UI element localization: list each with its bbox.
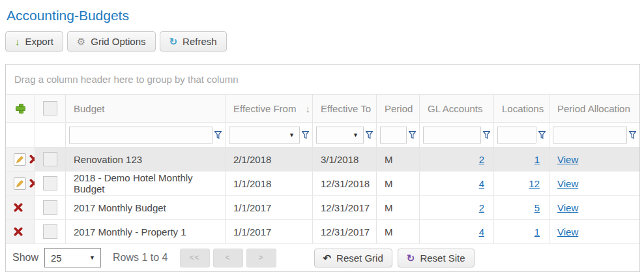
chevron-down-icon: ▼	[289, 132, 295, 138]
delete-icon	[29, 179, 35, 188]
effective-from-filter-dropdown[interactable]: ▼	[229, 127, 300, 144]
view-link[interactable]: View	[557, 202, 578, 213]
reset-site-button[interactable]: ↻ Reset Site	[398, 249, 475, 267]
row-actions-cell	[6, 172, 35, 195]
period-allocation-cell: View	[549, 172, 639, 195]
budget-filter-input[interactable]	[69, 127, 212, 144]
locations-link[interactable]: 12	[529, 178, 540, 189]
period-filter-funnel-icon[interactable]	[409, 131, 416, 139]
reset-grid-button[interactable]: ↶ Reset Grid	[314, 249, 392, 267]
locations-filter-funnel-icon[interactable]	[538, 131, 546, 139]
edit-icon	[14, 153, 26, 166]
table-row[interactable]: 2018 - Demo Hotel Monthly Budget 1/1/201…	[6, 172, 639, 196]
page-size-value: 25	[51, 252, 62, 264]
gl-accounts-link[interactable]: 4	[479, 226, 484, 237]
effective-to-cell: 3/1/2018	[313, 147, 377, 171]
period-cell: M	[377, 147, 420, 171]
delete-icon	[14, 227, 23, 236]
locations-cell: 5	[494, 196, 549, 219]
effective-from-cell: 1/1/2018	[226, 172, 313, 195]
gl-accounts-link[interactable]: 4	[479, 178, 484, 189]
pager-first-button[interactable]: <<	[180, 249, 210, 267]
gl-accounts-link[interactable]: 2	[479, 202, 484, 213]
row-checkbox-cell	[35, 220, 66, 243]
delete-row-button[interactable]	[14, 203, 23, 212]
effective-from-filter-funnel-icon[interactable]	[302, 131, 309, 139]
row-checkbox-cell	[35, 196, 66, 219]
delete-row-button[interactable]	[29, 179, 35, 188]
column-header-effective-from[interactable]: Effective From ↓	[226, 95, 313, 122]
budget-filter-funnel-icon[interactable]	[214, 131, 222, 139]
column-header-budget[interactable]: Budget	[66, 95, 226, 122]
delete-icon	[14, 203, 23, 212]
row-checkbox[interactable]	[43, 176, 57, 190]
delete-row-button[interactable]	[29, 155, 35, 164]
column-header-budget-label: Budget	[74, 103, 105, 114]
add-row-button[interactable]	[16, 104, 25, 114]
filter-cell-budget	[66, 123, 226, 147]
effective-to-filter-funnel-icon[interactable]	[366, 131, 373, 139]
page-title: Accounting-Budgets	[7, 8, 640, 23]
group-by-bar[interactable]: Drag a column header here to group by th…	[6, 65, 639, 95]
effective-to-cell: 12/31/2017	[313, 220, 377, 243]
filter-row: ▼ ▼	[6, 123, 639, 147]
view-link[interactable]: View	[557, 226, 578, 237]
budgets-grid: Drag a column header here to group by th…	[5, 64, 640, 272]
period-allocation-filter-funnel-icon[interactable]	[629, 131, 636, 139]
view-link[interactable]: View	[557, 154, 578, 165]
edit-icon	[14, 177, 26, 190]
filter-cell-period-allocation	[549, 123, 639, 147]
gl-accounts-filter-input[interactable]	[423, 127, 481, 144]
row-checkbox[interactable]	[43, 224, 57, 239]
grid-options-button[interactable]: ⚙ Grid Options	[67, 31, 156, 52]
pager-next-button[interactable]: >	[246, 249, 276, 267]
table-row[interactable]: Renovation 123 2/1/2018 3/1/2018 M 2 1 V…	[6, 147, 639, 172]
locations-link[interactable]: 1	[534, 226, 540, 237]
select-all-header-cell	[35, 95, 66, 122]
chevron-down-icon: ▼	[353, 132, 359, 138]
effective-from-cell: 1/1/2017	[226, 196, 313, 219]
delete-row-button[interactable]	[14, 227, 23, 236]
column-header-gl-accounts[interactable]: GL Accounts	[420, 95, 494, 122]
show-label: Show	[12, 252, 38, 264]
add-row-header-cell	[6, 95, 35, 122]
column-header-period[interactable]: Period	[377, 95, 420, 122]
period-allocation-cell: View	[549, 220, 639, 243]
gl-accounts-filter-funnel-icon[interactable]	[483, 131, 490, 139]
locations-cell: 1	[494, 220, 549, 243]
export-arrow-icon: ↓	[15, 37, 20, 46]
refresh-button[interactable]: ↻ Refresh	[160, 31, 227, 52]
period-allocation-filter-input[interactable]	[553, 127, 627, 144]
row-checkbox[interactable]	[43, 200, 57, 215]
select-all-checkbox[interactable]	[43, 101, 57, 115]
locations-cell: 12	[494, 172, 549, 195]
export-button[interactable]: ↓ Export	[5, 31, 63, 52]
budget-cell: 2017 Monthly Budget	[66, 196, 226, 219]
edit-row-button[interactable]	[14, 177, 26, 190]
period-cell: M	[377, 172, 420, 195]
locations-cell: 1	[494, 147, 549, 171]
period-filter-input[interactable]	[380, 127, 407, 144]
reset-buttons: ↶ Reset Grid ↻ Reset Site	[314, 249, 475, 267]
table-row[interactable]: 2017 Monthly - Property 1 1/1/2017 12/31…	[6, 220, 639, 244]
filter-cell-effective-to: ▼	[313, 123, 377, 147]
page-size-select[interactable]: 25 ▼	[44, 248, 101, 267]
view-link[interactable]: View	[557, 178, 578, 189]
row-checkbox[interactable]	[43, 152, 57, 166]
locations-link[interactable]: 1	[534, 154, 540, 165]
table-row[interactable]: 2017 Monthly Budget 1/1/2017 12/31/2017 …	[6, 196, 639, 220]
column-header-period-allocation[interactable]: Period Allocation	[549, 95, 639, 122]
effective-from-cell: 2/1/2018	[226, 147, 313, 171]
pager-prev-button[interactable]: <	[213, 249, 243, 267]
row-actions-cell	[6, 147, 35, 171]
effective-to-filter-dropdown[interactable]: ▼	[316, 127, 364, 144]
locations-link[interactable]: 5	[534, 202, 540, 213]
locations-filter-input[interactable]	[497, 127, 536, 144]
refresh-icon: ↻	[169, 37, 178, 46]
group-by-hint: Drag a column header here to group by th…	[14, 74, 239, 85]
column-header-effective-to[interactable]: Effective To	[313, 95, 377, 122]
gl-accounts-link[interactable]: 2	[479, 154, 484, 165]
column-header-locations[interactable]: Locations	[494, 95, 549, 122]
column-header-period-label: Period	[385, 103, 413, 114]
edit-row-button[interactable]	[14, 153, 26, 166]
